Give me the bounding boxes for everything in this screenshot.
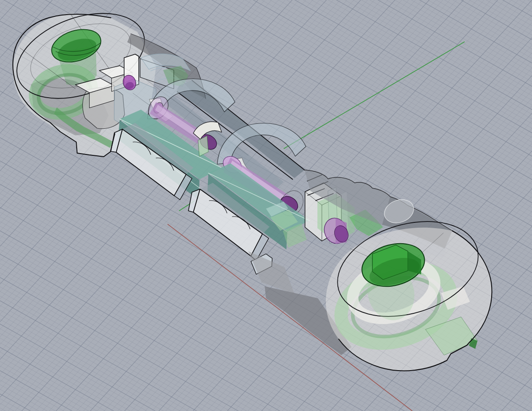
viewport-canvas[interactable] xyxy=(0,0,532,411)
cad-perspective-viewport[interactable] xyxy=(0,0,532,411)
